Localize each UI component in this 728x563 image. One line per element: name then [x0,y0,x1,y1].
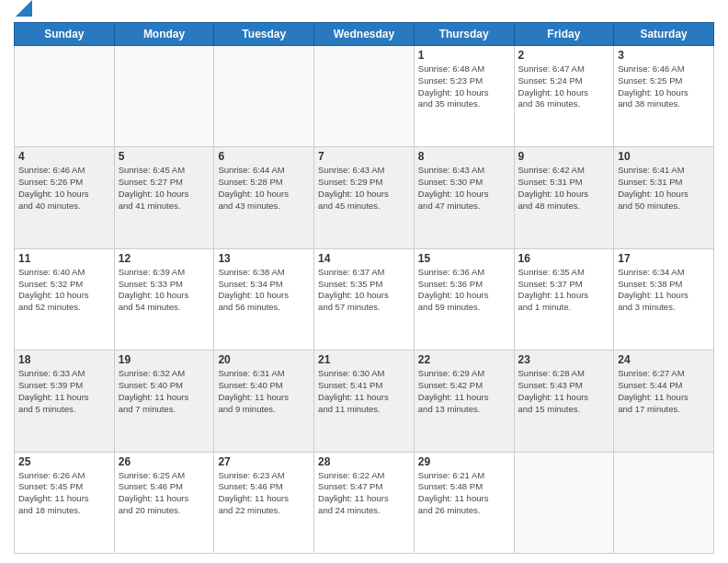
day-number: 1 [418,49,510,62]
calendar-day-cell: 11Sunrise: 6:40 AM Sunset: 5:32 PM Dayli… [15,248,115,350]
day-info: Sunrise: 6:31 AM Sunset: 5:40 PM Dayligh… [218,368,310,415]
day-info: Sunrise: 6:27 AM Sunset: 5:44 PM Dayligh… [618,368,710,415]
weekday-header-friday: Friday [514,23,614,46]
calendar-day-cell: 26Sunrise: 6:25 AM Sunset: 5:46 PM Dayli… [114,452,214,553]
day-number: 21 [318,353,410,366]
day-info: Sunrise: 6:47 AM Sunset: 5:24 PM Dayligh… [518,63,610,110]
calendar-day-cell: 6Sunrise: 6:44 AM Sunset: 5:28 PM Daylig… [214,147,314,248]
day-info: Sunrise: 6:43 AM Sunset: 5:29 PM Dayligh… [318,165,410,212]
calendar-day-cell: 25Sunrise: 6:26 AM Sunset: 5:45 PM Dayli… [15,452,115,553]
day-number: 25 [18,455,110,468]
day-number: 4 [18,150,110,163]
calendar-table: SundayMondayTuesdayWednesdayThursdayFrid… [14,22,714,554]
day-info: Sunrise: 6:39 AM Sunset: 5:33 PM Dayligh… [119,267,210,314]
calendar-day-cell: 4Sunrise: 6:46 AM Sunset: 5:26 PM Daylig… [15,147,115,248]
calendar-day-cell [514,452,614,553]
header [14,9,714,17]
calendar-day-cell: 19Sunrise: 6:32 AM Sunset: 5:40 PM Dayli… [114,350,214,452]
day-info: Sunrise: 6:35 AM Sunset: 5:37 PM Dayligh… [518,267,610,314]
day-info: Sunrise: 6:42 AM Sunset: 5:31 PM Dayligh… [518,165,610,212]
calendar-day-cell: 2Sunrise: 6:47 AM Sunset: 5:24 PM Daylig… [514,46,614,147]
day-info: Sunrise: 6:34 AM Sunset: 5:38 PM Dayligh… [618,267,710,314]
day-info: Sunrise: 6:22 AM Sunset: 5:47 PM Dayligh… [318,470,410,517]
weekday-header-thursday: Thursday [414,23,514,46]
day-info: Sunrise: 6:28 AM Sunset: 5:43 PM Dayligh… [518,368,610,415]
logo [14,13,32,17]
calendar-day-cell: 10Sunrise: 6:41 AM Sunset: 5:31 PM Dayli… [614,147,714,248]
day-number: 27 [218,455,310,468]
day-number: 12 [119,252,210,265]
day-info: Sunrise: 6:26 AM Sunset: 5:45 PM Dayligh… [18,470,110,517]
day-info: Sunrise: 6:30 AM Sunset: 5:41 PM Dayligh… [318,368,410,415]
day-info: Sunrise: 6:33 AM Sunset: 5:39 PM Dayligh… [18,368,110,415]
calendar-day-cell [314,46,415,147]
day-info: Sunrise: 6:25 AM Sunset: 5:46 PM Dayligh… [119,470,210,517]
day-info: Sunrise: 6:46 AM Sunset: 5:26 PM Dayligh… [18,165,110,212]
day-number: 8 [418,150,510,163]
weekday-header-wednesday: Wednesday [314,23,415,46]
calendar-week-row: 4Sunrise: 6:46 AM Sunset: 5:26 PM Daylig… [15,147,714,248]
day-info: Sunrise: 6:23 AM Sunset: 5:46 PM Dayligh… [218,470,310,517]
day-number: 18 [18,353,110,366]
calendar-day-cell: 24Sunrise: 6:27 AM Sunset: 5:44 PM Dayli… [614,350,714,452]
weekday-header-saturday: Saturday [614,23,714,46]
day-number: 2 [518,49,610,62]
weekday-header-tuesday: Tuesday [214,23,314,46]
calendar-day-cell: 20Sunrise: 6:31 AM Sunset: 5:40 PM Dayli… [214,350,314,452]
day-number: 9 [518,150,610,163]
day-info: Sunrise: 6:37 AM Sunset: 5:35 PM Dayligh… [318,267,410,314]
day-info: Sunrise: 6:43 AM Sunset: 5:30 PM Dayligh… [418,165,510,212]
day-info: Sunrise: 6:48 AM Sunset: 5:23 PM Dayligh… [418,63,510,110]
svg-marker-0 [16,0,32,17]
weekday-header-row: SundayMondayTuesdayWednesdayThursdayFrid… [15,23,714,46]
day-number: 28 [318,455,410,468]
calendar-day-cell: 28Sunrise: 6:22 AM Sunset: 5:47 PM Dayli… [314,452,415,553]
day-info: Sunrise: 6:41 AM Sunset: 5:31 PM Dayligh… [618,165,710,212]
day-number: 15 [418,252,510,265]
day-number: 22 [418,353,510,366]
weekday-header-sunday: Sunday [15,23,115,46]
day-number: 20 [218,353,310,366]
calendar-day-cell: 14Sunrise: 6:37 AM Sunset: 5:35 PM Dayli… [314,248,415,350]
calendar-week-row: 18Sunrise: 6:33 AM Sunset: 5:39 PM Dayli… [15,350,714,452]
day-info: Sunrise: 6:44 AM Sunset: 5:28 PM Dayligh… [218,165,310,212]
calendar-day-cell: 18Sunrise: 6:33 AM Sunset: 5:39 PM Dayli… [15,350,115,452]
calendar-day-cell: 13Sunrise: 6:38 AM Sunset: 5:34 PM Dayli… [214,248,314,350]
day-number: 17 [618,252,710,265]
day-number: 16 [518,252,610,265]
day-info: Sunrise: 6:45 AM Sunset: 5:27 PM Dayligh… [119,165,210,212]
calendar-day-cell: 3Sunrise: 6:46 AM Sunset: 5:25 PM Daylig… [614,46,714,147]
day-info: Sunrise: 6:36 AM Sunset: 5:36 PM Dayligh… [418,267,510,314]
calendar-day-cell: 8Sunrise: 6:43 AM Sunset: 5:30 PM Daylig… [414,147,514,248]
day-info: Sunrise: 6:29 AM Sunset: 5:42 PM Dayligh… [418,368,510,415]
logo-triangle-icon [16,0,32,17]
weekday-header-monday: Monday [114,23,214,46]
day-number: 14 [318,252,410,265]
day-info: Sunrise: 6:38 AM Sunset: 5:34 PM Dayligh… [218,267,310,314]
calendar-day-cell: 1Sunrise: 6:48 AM Sunset: 5:23 PM Daylig… [414,46,514,147]
calendar-day-cell [15,46,115,147]
calendar-day-cell: 15Sunrise: 6:36 AM Sunset: 5:36 PM Dayli… [414,248,514,350]
calendar-week-row: 11Sunrise: 6:40 AM Sunset: 5:32 PM Dayli… [15,248,714,350]
calendar-day-cell: 12Sunrise: 6:39 AM Sunset: 5:33 PM Dayli… [114,248,214,350]
calendar-day-cell: 22Sunrise: 6:29 AM Sunset: 5:42 PM Dayli… [414,350,514,452]
day-number: 10 [618,150,710,163]
page: SundayMondayTuesdayWednesdayThursdayFrid… [0,0,728,563]
day-number: 13 [218,252,310,265]
calendar-day-cell [614,452,714,553]
day-number: 3 [618,49,710,62]
day-number: 23 [518,353,610,366]
day-number: 24 [618,353,710,366]
calendar-day-cell: 9Sunrise: 6:42 AM Sunset: 5:31 PM Daylig… [514,147,614,248]
calendar-week-row: 1Sunrise: 6:48 AM Sunset: 5:23 PM Daylig… [15,46,714,147]
calendar-day-cell: 21Sunrise: 6:30 AM Sunset: 5:41 PM Dayli… [314,350,415,452]
calendar-day-cell: 27Sunrise: 6:23 AM Sunset: 5:46 PM Dayli… [214,452,314,553]
day-number: 6 [218,150,310,163]
day-info: Sunrise: 6:32 AM Sunset: 5:40 PM Dayligh… [119,368,210,415]
calendar-day-cell: 7Sunrise: 6:43 AM Sunset: 5:29 PM Daylig… [314,147,415,248]
day-info: Sunrise: 6:21 AM Sunset: 5:48 PM Dayligh… [418,470,510,517]
calendar-day-cell [114,46,214,147]
calendar-day-cell: 16Sunrise: 6:35 AM Sunset: 5:37 PM Dayli… [514,248,614,350]
calendar-day-cell [214,46,314,147]
day-number: 11 [18,252,110,265]
